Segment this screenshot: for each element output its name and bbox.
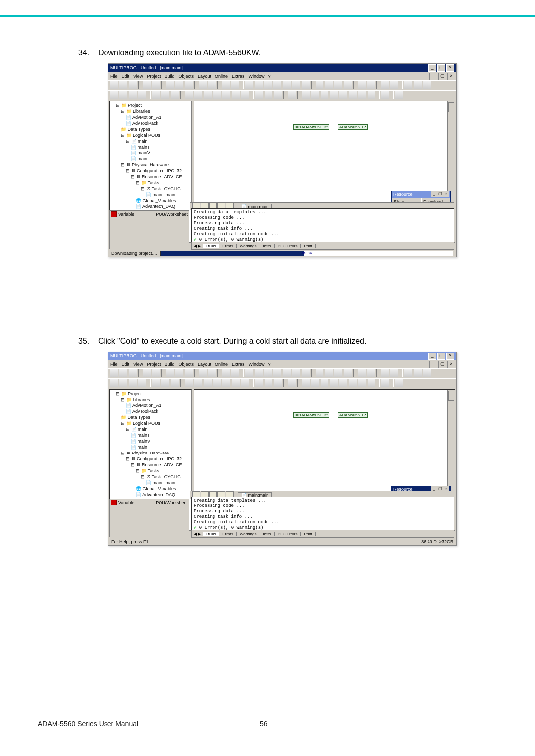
variable-pane[interactable]: Variable POU/Worksheet	[109, 499, 189, 537]
tree-resource[interactable]: Resource : ADV_CE	[142, 462, 182, 467]
tree-task-main[interactable]: main : main	[153, 480, 176, 485]
tool-icon[interactable]	[329, 91, 338, 100]
fbd-block-adam5056[interactable]: ADAM5056_B*	[338, 124, 368, 130]
tool-icon[interactable]	[315, 81, 324, 90]
tool-icon[interactable]	[255, 379, 264, 388]
tool-icon[interactable]	[282, 369, 291, 378]
tree-project[interactable]: Project	[128, 103, 142, 108]
menu-objects[interactable]: Objects	[178, 362, 194, 367]
menu-edit[interactable]: Edit	[122, 362, 130, 367]
tool-icon[interactable]	[221, 369, 230, 378]
tool-icon[interactable]	[380, 81, 389, 90]
tool-icon[interactable]	[339, 379, 348, 388]
tool-icon[interactable]	[301, 379, 310, 388]
tool-icon[interactable]	[161, 379, 170, 388]
tree-task-main[interactable]: main : main	[153, 192, 176, 197]
tool-icon[interactable]	[357, 369, 366, 378]
tool-icon[interactable]	[165, 81, 174, 90]
child-close-button[interactable]: ×	[447, 73, 455, 80]
tool-icon[interactable]	[324, 369, 333, 378]
tool-icon[interactable]	[381, 91, 390, 100]
panel-close-icon[interactable]: ×	[443, 191, 449, 197]
tool-icon[interactable]	[287, 379, 296, 388]
tool-icon[interactable]	[367, 91, 376, 100]
tool-icon[interactable]	[334, 369, 343, 378]
tree-main[interactable]: main	[138, 427, 148, 432]
console-tab-infos[interactable]: Infos	[260, 532, 275, 536]
tool-icon[interactable]	[413, 369, 422, 378]
tool-icon[interactable]	[390, 369, 399, 378]
tool-icon[interactable]	[357, 81, 366, 90]
tool-icon[interactable]	[128, 81, 137, 90]
child-minimize-button[interactable]: _	[429, 73, 437, 80]
tool-icon[interactable]	[320, 91, 329, 100]
tool-icon[interactable]	[381, 379, 390, 388]
tree-task-cyclic[interactable]: Task : CYCLIC	[152, 186, 181, 191]
tool-icon[interactable]	[175, 81, 184, 90]
variable-pane[interactable]: Variable POU/Worksheet	[109, 210, 189, 249]
console-tab-build[interactable]: Build	[203, 244, 219, 248]
tool-icon[interactable]	[194, 379, 203, 388]
tool-icon[interactable]	[395, 379, 404, 388]
menu-file[interactable]: File	[110, 74, 118, 79]
tool-icon[interactable]	[343, 81, 352, 90]
console-tabs[interactable]: ◀ ▶ Build Errors Warnings Infos PLC Erro…	[191, 530, 454, 538]
tree-mainv[interactable]: mainV	[138, 439, 151, 444]
tool-icon[interactable]	[184, 81, 193, 90]
tool-icon[interactable]	[231, 81, 240, 90]
tool-icon[interactable]	[109, 91, 118, 100]
toolbar-2[interactable]	[108, 90, 456, 100]
minimize-button[interactable]: _	[428, 64, 436, 72]
tool-icon[interactable]	[119, 379, 128, 388]
toolbar-2[interactable]	[108, 378, 456, 388]
tool-icon[interactable]	[264, 81, 272, 90]
close-button[interactable]: ×	[446, 353, 454, 360]
menu-window[interactable]: Window	[249, 362, 265, 367]
console-tab-warnings[interactable]: Warnings	[237, 532, 260, 536]
tool-icon[interactable]	[109, 81, 118, 90]
window-titlebar[interactable]: MULTIPROG - Untitled - [main:main] _ ▢ ×	[108, 352, 456, 360]
tool-icon[interactable]	[184, 379, 193, 388]
tool-icon[interactable]	[254, 81, 263, 90]
panel-minimize-icon[interactable]: _	[431, 191, 437, 197]
tool-icon[interactable]	[301, 81, 310, 90]
tool-icon[interactable]	[311, 91, 320, 100]
tree-configuration[interactable]: Configuration : IPC_32	[137, 168, 182, 173]
tool-icon[interactable]	[119, 91, 128, 100]
tool-icon[interactable]	[390, 81, 399, 90]
tool-icon[interactable]	[142, 81, 151, 90]
fbd-block-adam5051[interactable]: 001ADAM5051_B*	[293, 412, 329, 418]
tool-icon[interactable]	[301, 369, 310, 378]
tool-icon[interactable]	[184, 369, 193, 378]
tool-icon[interactable]	[170, 91, 179, 100]
tree-main[interactable]: main	[138, 139, 148, 144]
tool-icon[interactable]	[221, 81, 230, 90]
tool-icon[interactable]	[339, 91, 348, 100]
tool-icon[interactable]	[413, 81, 422, 90]
tool-icon[interactable]	[404, 369, 413, 378]
tool-icon[interactable]	[184, 91, 193, 100]
child-close-button[interactable]: ×	[447, 361, 455, 368]
tree-tasks[interactable]: Tasks	[148, 180, 159, 185]
tool-icon[interactable]	[273, 379, 282, 388]
tool-icon[interactable]	[222, 91, 231, 100]
tool-icon[interactable]	[287, 91, 296, 100]
tool-icon[interactable]	[109, 369, 118, 378]
menu-objects[interactable]: Objects	[178, 74, 194, 79]
console-tab-errors[interactable]: Errors	[219, 244, 237, 248]
child-maximize-button[interactable]: ▢	[438, 73, 446, 80]
tree-main-child[interactable]: main	[138, 445, 148, 450]
menu-build[interactable]: Build	[164, 74, 174, 79]
tool-icon[interactable]	[264, 91, 273, 100]
console-tab-infos[interactable]: Infos	[260, 244, 275, 248]
tool-icon[interactable]	[329, 379, 338, 388]
menu-project[interactable]: Project	[147, 74, 160, 79]
tool-icon[interactable]	[311, 379, 320, 388]
tree-maint[interactable]: mainT	[138, 433, 150, 438]
tool-icon[interactable]	[324, 81, 333, 90]
tool-icon[interactable]	[213, 379, 221, 388]
tree-tasks[interactable]: Tasks	[148, 468, 159, 473]
tool-icon[interactable]	[109, 379, 118, 388]
tool-icon[interactable]	[203, 379, 212, 388]
tree-lib-advmotion[interactable]: AdvMotion_A1	[132, 403, 161, 408]
